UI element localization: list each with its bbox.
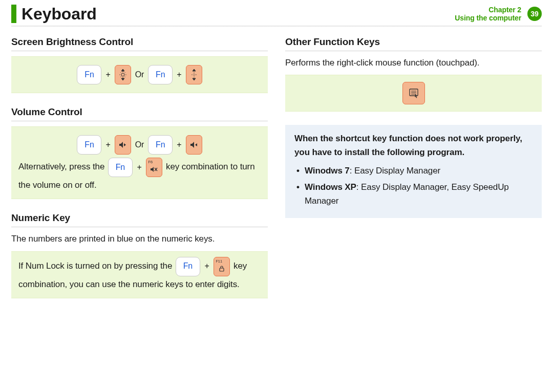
header-right: Chapter 2 Using the computer 39 [455,6,542,22]
content-columns: Screen Brightness Control Fn + Or Fn + V… [0,36,553,312]
fn-key: Fn [108,158,133,177]
brightness-down-key [186,65,202,84]
plus: + [177,67,181,82]
plus: + [205,262,209,270]
header-left: Keyboard [11,5,97,24]
volume-box: Fn + Or Fn + Alternatively, press the Fn… [11,126,268,199]
fn-key: Fn [148,65,173,84]
svg-marker-18 [119,142,123,148]
svg-marker-17 [193,78,196,80]
section-label: Using the computer [455,14,521,22]
svg-line-9 [124,77,125,77]
numeric-box: If Num Lock is turned on by pressing the… [11,251,268,298]
chapter-info: Chapter 2 Using the computer [455,6,521,22]
volume-down-key [115,135,131,155]
svg-marker-30 [415,94,417,98]
os-label: Winodws 7 [305,166,350,176]
svg-marker-19 [124,143,126,146]
svg-point-1 [121,73,124,76]
plus: + [177,137,181,153]
svg-marker-20 [190,142,194,148]
numeric-desc: The numbers are printed in blue on the n… [11,232,268,246]
plus: + [105,137,110,153]
volume-alt-text: Alternatively, press the Fn + F6 key com… [18,162,255,190]
note-intro: When the shortcut key function does not … [294,134,522,157]
numeric-text: If Num Lock is turned on by pressing the… [18,261,247,289]
plus: + [105,67,110,82]
svg-marker-11 [193,69,196,71]
plus: + [137,163,142,171]
or-label: Or [135,67,144,82]
accent-bar [11,5,16,23]
divider [11,227,268,227]
svg-line-8 [120,77,121,77]
svg-marker-22 [151,167,154,172]
svg-point-12 [193,74,195,76]
os-body: : Easy Display Manager [350,166,440,176]
other-box [285,75,542,112]
text: Alternatively, press the [18,162,107,171]
or-label: Or [135,137,144,153]
chapter-label: Chapter 2 [455,6,521,14]
list-item: Winodws 7: Easy Display Manager [294,164,533,178]
svg-line-6 [120,73,121,73]
divider [285,51,542,51]
header-rule [11,26,542,27]
volume-keys: Fn + Or Fn + [18,132,261,158]
right-click-key [402,82,425,104]
brightness-heading: Screen Brightness Control [11,36,268,48]
page-number-badge: 39 [527,7,542,21]
f6-label: F6 [148,159,153,166]
page-header: Keyboard Chapter 2 Using the computer 39 [0,0,553,26]
brightness-box: Fn + Or Fn + [11,56,268,93]
other-heading: Other Function Keys [285,36,542,48]
svg-marker-10 [121,78,124,80]
other-key-row [292,80,535,106]
other-desc: Performs the right-click mouse function … [285,56,542,70]
right-column: Other Function Keys Performs the right-c… [285,36,542,312]
svg-marker-21 [195,143,197,146]
brightness-up-key [115,65,131,84]
page-title: Keyboard [22,5,97,24]
fn-key: Fn [77,65,101,84]
fn-key: Fn [176,257,200,276]
note-box: When the shortcut key function does not … [285,125,542,218]
svg-rect-25 [220,268,224,271]
divider [11,121,268,121]
numlock-key: F11 [214,257,230,276]
mute-key: F6 [146,158,162,177]
left-column: Screen Brightness Control Fn + Or Fn + V… [11,36,268,312]
list-item: Windows XP: Easy Display Manager, Easy S… [294,181,533,208]
note-list: Winodws 7: Easy Display Manager Windows … [294,164,533,208]
volume-up-key [186,135,202,155]
svg-line-7 [124,73,125,73]
text: If Num Lock is turned on by pressing the [18,261,175,271]
fn-key: Fn [77,135,101,155]
volume-heading: Volume Control [11,106,268,118]
brightness-keys: Fn + Or Fn + [18,62,261,88]
svg-marker-0 [121,69,124,71]
fn-key: Fn [148,135,173,155]
divider [11,51,268,51]
os-label: Windows XP [305,182,356,192]
numeric-heading: Numeric Key [11,212,268,224]
f11-label: F11 [216,258,222,265]
